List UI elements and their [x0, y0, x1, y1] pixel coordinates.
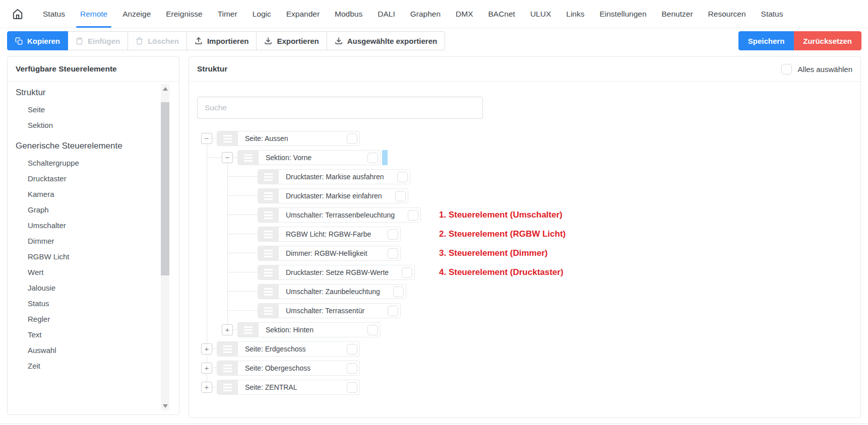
tree-node-umschalter-zaunbeleuchtung[interactable]: Umschalter: Zaunbeleuchtung	[258, 284, 406, 299]
node-checkbox[interactable]	[402, 267, 412, 278]
ausgew-hlte-exportieren-button[interactable]: Ausgewählte exportieren	[327, 31, 445, 50]
palette-item-zeit[interactable]: Zeit	[8, 358, 179, 374]
nav-tab-ereignisse[interactable]: Ereignisse	[159, 0, 209, 28]
tree-node-seite-aussen[interactable]: Seite: Aussen	[217, 131, 360, 146]
palette-item-auswahl[interactable]: Auswahl	[8, 342, 179, 358]
palette-item-dimmer[interactable]: Dimmer	[8, 233, 179, 249]
collapse-button[interactable]: −	[201, 133, 212, 144]
palette-scrollbar[interactable]	[161, 84, 169, 410]
palette-item-jalousie[interactable]: Jalousie	[8, 280, 179, 296]
drag-handle-icon[interactable]	[258, 304, 279, 318]
palette-item-schaltergruppe[interactable]: Schaltergruppe	[8, 155, 179, 171]
nav-tab-logic[interactable]: Logic	[246, 0, 278, 28]
tree-node-sektion-vorne[interactable]: Sektion: Vorne	[237, 150, 381, 165]
nav-tab-status[interactable]: Status	[36, 0, 72, 28]
palette-item-regler[interactable]: Regler	[8, 311, 179, 327]
scroll-up-arrow-icon[interactable]	[161, 85, 169, 93]
palette-item-kamera[interactable]: Kamera	[8, 186, 179, 202]
palette-item-rgbw-licht[interactable]: RGBW Licht	[8, 249, 179, 264]
palette-item-drucktaster[interactable]: Drucktaster	[8, 171, 179, 186]
tree-node-umschalter-terrassenbeleuchtung[interactable]: Umschalter: Terrassenbeleuchtung	[258, 207, 421, 223]
tree-node-drucktaster-setze-rgbw-werte[interactable]: Drucktaster: Setze RGBW-Werte	[258, 265, 415, 280]
nav-tab-ulux[interactable]: ULUX	[524, 0, 557, 28]
nav-tab-benutzer[interactable]: Benutzer	[655, 0, 700, 28]
nav-tab-modbus[interactable]: Modbus	[328, 0, 369, 28]
einf-gen-button[interactable]: Einfügen	[68, 31, 128, 50]
node-checkbox[interactable]	[393, 287, 404, 297]
tree-node-drucktaster-markise-einfahren[interactable]: Drucktaster: Markise einfahren	[258, 188, 408, 203]
palette-item-seite[interactable]: Seite	[8, 102, 179, 117]
node-checkbox[interactable]	[408, 210, 418, 221]
expand-button[interactable]: +	[222, 324, 233, 335]
collapse-button[interactable]: −	[222, 152, 233, 163]
node-checkbox[interactable]	[347, 382, 357, 393]
expand-button[interactable]: +	[201, 382, 212, 393]
palette-item-wert[interactable]: Wert	[8, 264, 179, 280]
tree-node-sektion-hinten[interactable]: Sektion: Hinten	[237, 322, 381, 337]
drag-handle-icon[interactable]	[258, 246, 279, 260]
node-checkbox[interactable]	[347, 344, 357, 355]
node-checkbox[interactable]	[395, 191, 406, 201]
button-label: Speichern	[748, 37, 785, 45]
home-icon[interactable]	[12, 8, 24, 20]
drag-handle-icon[interactable]	[258, 208, 279, 222]
nav-tab-dmx[interactable]: DMX	[449, 0, 479, 28]
node-checkbox[interactable]	[388, 229, 398, 240]
palette-item-text[interactable]: Text	[8, 327, 179, 342]
scrollbar-thumb[interactable]	[161, 102, 169, 275]
drag-handle-icon[interactable]	[217, 131, 238, 146]
node-checkbox[interactable]	[397, 172, 408, 182]
node-checkbox[interactable]	[367, 153, 378, 163]
speichern-button[interactable]: Speichern	[738, 31, 794, 50]
node-checkbox[interactable]	[367, 325, 378, 335]
tree-node-rgbw-licht-rgbw-farbe[interactable]: RGBW Licht: RGBW-Farbe	[258, 227, 401, 242]
tree-node-drucktaster-markise-ausfahren[interactable]: Drucktaster: Markise ausfahren	[258, 169, 410, 184]
nav-tab-status-2[interactable]: Status	[755, 0, 790, 28]
palette-item-umschalter[interactable]: Umschalter	[8, 218, 179, 233]
scroll-down-arrow-icon[interactable]	[161, 402, 169, 410]
palette-item-graph[interactable]: Graph	[8, 202, 179, 218]
l-schen-button[interactable]: Löschen	[128, 31, 187, 50]
drag-handle-icon[interactable]	[258, 265, 279, 279]
tree-node-seite-zentral[interactable]: Seite: ZENTRAL	[217, 380, 360, 395]
zur-cksetzen-button[interactable]: Zurücksetzen	[793, 31, 861, 50]
tree-node-umschalter-terrassent-r[interactable]: Umschalter: Terrassentür	[258, 303, 401, 318]
drag-handle-icon[interactable]	[258, 170, 279, 184]
nav-tab-expander[interactable]: Expander	[280, 0, 326, 28]
palette-item-sektion[interactable]: Sektion	[8, 117, 179, 133]
select-all[interactable]: Alles auswählen	[781, 64, 852, 75]
node-checkbox[interactable]	[388, 248, 398, 259]
nav-tab-anzeige[interactable]: Anzeige	[116, 0, 157, 28]
importieren-button[interactable]: Importieren	[187, 31, 257, 50]
exportieren-button[interactable]: Exportieren	[256, 31, 327, 50]
expand-button[interactable]: +	[201, 363, 212, 374]
tree-node-seite-obergeschoss[interactable]: Seite: Obergeschoss	[217, 361, 360, 376]
node-checkbox[interactable]	[388, 306, 398, 316]
select-all-checkbox[interactable]	[781, 64, 792, 75]
drag-handle-icon[interactable]	[217, 342, 238, 356]
node-checkbox[interactable]	[347, 133, 357, 144]
node-checkbox[interactable]	[347, 363, 357, 374]
nav-tab-bacnet[interactable]: BACnet	[481, 0, 521, 28]
search-input[interactable]	[197, 97, 483, 119]
nav-tab-dali[interactable]: DALI	[371, 0, 401, 28]
drag-handle-icon[interactable]	[238, 323, 259, 337]
nav-tab-einstellungen[interactable]: Einstellungen	[593, 0, 653, 28]
tree-node-seite-erdgeschoss[interactable]: Seite: Erdgeschoss	[217, 341, 360, 357]
drag-handle-icon[interactable]	[238, 151, 259, 165]
drag-handle-icon[interactable]	[217, 380, 238, 394]
nav-tab-remote[interactable]: Remote	[74, 0, 114, 28]
nav-tab-timer[interactable]: Timer	[211, 0, 244, 28]
tree-node-dimmer-rgbw-helligkeit[interactable]: Dimmer: RGBW-Helligkeit	[258, 246, 401, 261]
drag-handle-icon[interactable]	[217, 361, 238, 375]
expand-button[interactable]: +	[201, 343, 212, 355]
drag-handle-icon[interactable]	[258, 285, 279, 299]
structure-tree: −Seite: Aussen−Sektion: VorneDrucktaster…	[197, 131, 852, 403]
palette-item-status[interactable]: Status	[8, 296, 179, 311]
nav-tab-graphen[interactable]: Graphen	[404, 0, 447, 28]
drag-handle-icon[interactable]	[258, 227, 279, 241]
kopieren-button[interactable]: Kopieren	[7, 31, 68, 50]
drag-handle-icon[interactable]	[258, 189, 279, 203]
nav-tab-resourcen[interactable]: Resourcen	[702, 0, 753, 28]
nav-tab-links[interactable]: Links	[560, 0, 591, 28]
